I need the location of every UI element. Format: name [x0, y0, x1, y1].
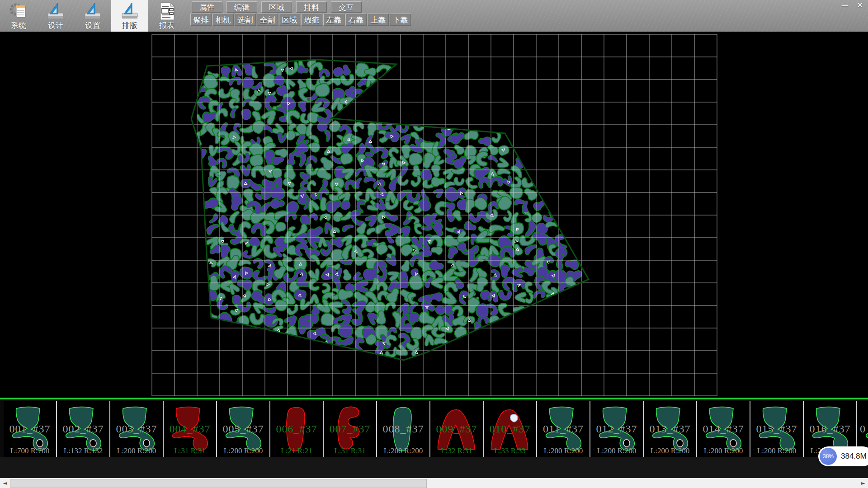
tool-cut-all[interactable]: 全割 [257, 14, 278, 26]
main-button-label: 报表 [148, 21, 185, 30]
part-lr-count: L:132 R:132 [57, 446, 109, 455]
tab-region[interactable]: 区域 [261, 1, 292, 13]
part-id: 015_#37 [750, 423, 803, 435]
part-thumbnail-10[interactable]: 010_#37L:33 R:33 [484, 401, 537, 457]
part-lr-count: L:32 R:31 [430, 446, 483, 455]
part-lr-count: L:33 R:33 [484, 446, 536, 455]
main-button-label: 设计 [37, 21, 74, 30]
tool-align-right[interactable]: 右靠 [345, 14, 367, 26]
application-window: 系统设计设置排版报表 属性编辑区域排料交互 聚排相机选割全割区域瑕疵左靠右靠上靠… [0, 0, 868, 488]
tool-cluster-nest[interactable]: 聚排 [190, 14, 212, 26]
part-id: 008_#37 [377, 423, 429, 435]
part-lr-count: L:21 R:21 [270, 446, 323, 455]
main-button-label: 系统 [0, 21, 37, 30]
canvas-svg [0, 32, 868, 398]
parts-panel: 001_#37L:700 R:700002_#37L:132 R:132003_… [0, 398, 868, 457]
tab-properties[interactable]: 属性 [192, 1, 222, 13]
ribbon-toolbar: 系统设计设置排版报表 属性编辑区域排料交互 聚排相机选割全割区域瑕疵左靠右靠上靠… [0, 0, 868, 32]
tool-align-left[interactable]: 左靠 [323, 14, 344, 26]
tool-region[interactable]: 区域 [279, 14, 300, 26]
part-id: 0 [857, 423, 868, 435]
part-thumbnail-13[interactable]: 013_#37L:200 R:200 [644, 401, 697, 457]
scrollbar-thumb[interactable] [10, 479, 427, 488]
part-thumbnail-3[interactable]: 003_#37L:200 R:200 [110, 401, 164, 457]
part-lr-count: L:200 R:200 [377, 446, 429, 455]
progress-badge: 38% [820, 448, 837, 465]
part-lr-count: L:200 R:200 [217, 446, 269, 455]
part-lr-count: L:200 R:200 [644, 446, 696, 455]
part-thumbnail-7[interactable]: 007_#37L:31 R:31 [324, 401, 377, 457]
tab-interact[interactable]: 交互 [331, 1, 362, 13]
part-id: 016_#37 [804, 423, 856, 435]
nested-pieces-layer [193, 52, 583, 362]
design-ruler-icon [46, 1, 66, 21]
part-id: 002_#37 [57, 423, 109, 435]
part-lr-count: L:200 R:200 [110, 446, 163, 455]
memory-readout: 384.8M [841, 452, 867, 461]
main-button-design[interactable]: 设计 [37, 0, 74, 32]
part-thumbnail-2[interactable]: 002_#37L:132 R:132 [57, 401, 110, 457]
close-button[interactable]: ✕ [854, 1, 866, 10]
part-thumbnail-8[interactable]: 008_#37L:200 R:200 [377, 401, 430, 457]
part-lr-count: L:31 R:31 [324, 446, 376, 455]
scroll-right-icon[interactable]: ► [858, 478, 868, 488]
part-thumbnail-5[interactable]: 005_#37L:200 R:200 [217, 401, 270, 457]
part-id: 005_#37 [217, 423, 269, 435]
main-button-label: 排版 [111, 21, 148, 30]
tool-align-top[interactable]: 上靠 [368, 14, 389, 26]
part-lr-count: L:700 R:700 [4, 446, 56, 455]
horizontal-scrollbar[interactable]: ◄ ► [0, 478, 868, 488]
tool-camera[interactable]: 相机 [212, 14, 234, 26]
part-id: 013_#37 [644, 423, 696, 435]
tool-align-bottom[interactable]: 下靠 [390, 14, 411, 26]
scroll-left-icon[interactable]: ◄ [0, 478, 10, 488]
system-gear-icon [9, 1, 28, 21]
tool-select-cut[interactable]: 选割 [235, 14, 256, 26]
part-id: 001_#37 [4, 423, 56, 435]
settings-ruler-icon [83, 1, 103, 21]
report-doc-icon [157, 1, 177, 21]
part-id: 012_#37 [590, 423, 643, 435]
part-lr-count: L:200 R:200 [590, 446, 643, 455]
layout-ruler-icon [120, 1, 140, 21]
part-thumbnail-4[interactable]: 004_#37L:31 R:31 [164, 401, 217, 457]
part-id: 007_#37 [324, 423, 376, 435]
tab-edit[interactable]: 编辑 [226, 1, 257, 13]
part-thumbnail-11[interactable]: 011_#37L:200 R:200 [537, 401, 590, 457]
main-button-report[interactable]: 报表 [148, 0, 185, 32]
part-id: 009_#37 [430, 423, 483, 435]
part-id: 006_#37 [270, 423, 323, 435]
main-button-label: 设置 [74, 21, 111, 30]
part-id: 011_#37 [537, 423, 590, 435]
part-thumbnail-6[interactable]: 006_#37L:21 R:21 [270, 401, 324, 457]
main-button-settings[interactable]: 设置 [74, 0, 111, 32]
part-thumbnail-9[interactable]: 009_#37L:32 R:31 [430, 401, 484, 457]
part-thumbnail-14[interactable]: 014_#37L:200 R:200 [697, 401, 750, 457]
tab-nesting[interactable]: 排料 [296, 1, 327, 13]
part-lr-count: L:200 R:200 [750, 446, 803, 455]
part-id: 010_#37 [484, 423, 536, 435]
tool-defect[interactable]: 瑕疵 [301, 14, 322, 26]
part-lr-count: L:200 R:200 [697, 446, 750, 455]
main-button-layout[interactable]: 排版 [111, 0, 148, 32]
bottom-gap [0, 457, 868, 478]
part-thumbnail-15[interactable]: 015_#37L:200 R:200 [750, 401, 804, 457]
part-lr-count: L:31 R:31 [164, 446, 216, 455]
part-thumbnail-1[interactable]: 001_#37L:700 R:700 [4, 401, 57, 457]
part-id: 003_#37 [110, 423, 163, 435]
part-thumbnail-12[interactable]: 012_#37L:200 R:200 [590, 401, 644, 457]
part-lr-count: L:200 R:200 [537, 446, 590, 455]
part-id: 014_#37 [697, 423, 750, 435]
minimize-button[interactable]: — [839, 1, 851, 10]
part-id: 004_#37 [164, 423, 216, 435]
nesting-canvas[interactable] [0, 32, 868, 398]
progress-pill: 38% 384.8M [818, 446, 868, 466]
main-button-system[interactable]: 系统 [0, 0, 37, 32]
